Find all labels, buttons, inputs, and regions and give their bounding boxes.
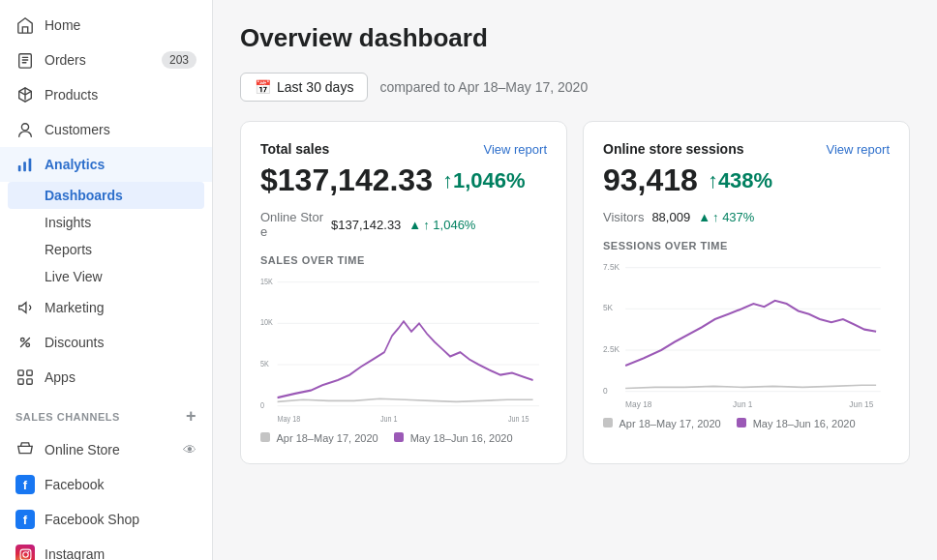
sidebar-item-instagram[interactable]: Instagram <box>0 537 212 560</box>
card1-title: Total sales <box>260 141 329 157</box>
sidebar-sub-label-insights: Insights <box>45 215 91 230</box>
svg-text:May 18: May 18 <box>625 398 651 409</box>
facebook-icon: f <box>15 475 35 494</box>
customers-icon <box>15 120 35 139</box>
card2-chart-label: SESSIONS OVER TIME <box>603 240 890 251</box>
add-channel-button[interactable]: + <box>186 406 196 427</box>
svg-text:10K: 10K <box>260 316 273 327</box>
sidebar-item-facebook-shop[interactable]: f Facebook Shop <box>0 502 212 537</box>
sidebar-item-facebook[interactable]: f Facebook <box>0 467 212 502</box>
card1-chart-label: SALES OVER TIME <box>260 254 547 266</box>
instagram-icon <box>15 545 35 560</box>
card2-sub-value: 88,009 <box>651 210 690 224</box>
sidebar-label-instagram: Instagram <box>45 546 105 560</box>
sidebar-label-customers: Customers <box>45 122 110 137</box>
card2-main-value: 93,418 ↑438% <box>603 162 890 198</box>
page-title: Overview dashboard <box>240 23 910 53</box>
facebook-shop-icon: f <box>15 510 35 529</box>
svg-point-13 <box>27 550 29 552</box>
svg-text:2.5K: 2.5K <box>603 344 620 355</box>
sidebar-item-products[interactable]: Products <box>0 77 212 112</box>
sidebar-label-marketing: Marketing <box>45 300 104 315</box>
svg-rect-2 <box>18 165 21 171</box>
sidebar-label-products: Products <box>45 87 98 103</box>
sidebar-sub-liveview[interactable]: Live View <box>0 263 212 290</box>
legend-dot-prev2 <box>603 418 613 427</box>
svg-point-6 <box>26 343 30 347</box>
svg-text:0: 0 <box>260 399 264 410</box>
sidebar-label-facebook: Facebook <box>45 477 104 492</box>
legend-item-1: Apr 18–May 17, 2020 <box>260 432 378 444</box>
svg-text:Jun 1: Jun 1 <box>380 413 398 424</box>
card1-value: $137,142.33 <box>260 162 433 198</box>
svg-rect-8 <box>27 370 32 375</box>
card1-view-report[interactable]: View report <box>483 142 547 157</box>
sidebar-item-discounts[interactable]: Discounts <box>0 325 212 360</box>
card2-sub-label: Visitors <box>603 210 644 224</box>
sales-channels-section: SALES CHANNELS + <box>0 395 212 432</box>
legend-dot-curr <box>394 432 404 442</box>
eye-icon[interactable]: 👁 <box>183 442 196 457</box>
card1-chart: 15K 10K 5K 0 May 18 <box>260 272 547 427</box>
legend-item-2: May 18–Jun 16, 2020 <box>394 432 513 444</box>
card1-legend: Apr 18–May 17, 2020 May 18–Jun 16, 2020 <box>260 432 547 444</box>
sidebar-sub-reports[interactable]: Reports <box>0 236 212 263</box>
sidebar-label-facebook-shop: Facebook Shop <box>45 512 139 527</box>
card2-percent: ↑438% <box>708 168 772 193</box>
total-sales-card: Total sales View report $137,142.33 ↑1,0… <box>240 121 567 464</box>
online-store-icon <box>15 440 35 459</box>
card2-sub-pct: ▲ ↑ 437% <box>698 210 754 224</box>
svg-text:Jun 15: Jun 15 <box>508 413 529 424</box>
sidebar: Home Orders 203 Products Customers Ana <box>0 0 213 560</box>
sidebar-label-online-store: Online Store <box>45 442 120 457</box>
svg-point-5 <box>21 339 25 342</box>
calendar-icon: 📅 <box>255 79 271 95</box>
svg-text:Jun 1: Jun 1 <box>733 398 752 409</box>
sidebar-item-customers[interactable]: Customers <box>0 112 212 147</box>
sidebar-sub-dashboards[interactable]: Dashboards <box>8 182 204 209</box>
svg-text:5K: 5K <box>260 358 269 368</box>
card2-legend: Apr 18–May 17, 2020 May 18–Jun 16, 2020 <box>603 418 890 429</box>
svg-rect-3 <box>23 162 26 171</box>
sidebar-item-marketing[interactable]: Marketing <box>0 290 212 325</box>
card1-sub-value: $137,142.33 <box>331 218 401 232</box>
cards-row: Total sales View report $137,142.33 ↑1,0… <box>240 121 910 464</box>
svg-rect-11 <box>20 549 31 560</box>
sidebar-item-orders[interactable]: Orders 203 <box>0 43 212 77</box>
marketing-icon <box>15 298 35 317</box>
card1-sub-pct: ▲ ↑ 1,046% <box>408 218 475 232</box>
svg-text:15K: 15K <box>260 276 273 286</box>
sidebar-label-home: Home <box>45 17 80 33</box>
sidebar-sub-label-dashboards: Dashboards <box>45 188 123 203</box>
card1-sub-row: Online Store $137,142.33 ▲ ↑ 1,046% <box>260 210 547 239</box>
apps-icon <box>15 368 35 387</box>
sidebar-label-orders: Orders <box>45 52 86 68</box>
sidebar-sub-label-liveview: Live View <box>45 269 103 284</box>
card2-header: Online store sessions View report <box>603 141 890 157</box>
svg-point-1 <box>21 124 28 131</box>
legend-dot-prev <box>260 432 270 442</box>
legend-item-4: May 18–Jun 16, 2020 <box>737 418 856 429</box>
svg-text:5K: 5K <box>603 303 613 313</box>
card1-header: Total sales View report <box>260 141 547 157</box>
card2-sub-row: Visitors 88,009 ▲ ↑ 437% <box>603 210 890 224</box>
sessions-card: Online store sessions View report 93,418… <box>583 121 910 464</box>
card2-value: 93,418 <box>603 162 698 198</box>
sidebar-item-apps[interactable]: Apps <box>0 360 212 395</box>
orders-icon <box>15 50 35 70</box>
main-content: Overview dashboard 📅 Last 30 days compar… <box>213 0 937 560</box>
svg-rect-10 <box>27 379 32 384</box>
svg-rect-0 <box>19 54 32 68</box>
svg-text:May 18: May 18 <box>278 413 301 424</box>
sidebar-item-home[interactable]: Home <box>0 8 212 43</box>
svg-point-12 <box>22 551 27 556</box>
sidebar-item-analytics[interactable]: Analytics <box>0 147 212 182</box>
date-range-button[interactable]: 📅 Last 30 days <box>240 73 368 102</box>
sidebar-item-online-store[interactable]: Online Store 👁 <box>0 432 212 467</box>
card2-chart: 7.5K 5K 2.5K 0 May 18 <box>603 257 890 412</box>
sidebar-sub-insights[interactable]: Insights <box>0 209 212 236</box>
svg-text:Jun 15: Jun 15 <box>849 398 873 409</box>
card2-view-report[interactable]: View report <box>826 142 890 157</box>
legend-item-3: Apr 18–May 17, 2020 <box>603 418 721 429</box>
sidebar-label-discounts: Discounts <box>45 335 104 350</box>
